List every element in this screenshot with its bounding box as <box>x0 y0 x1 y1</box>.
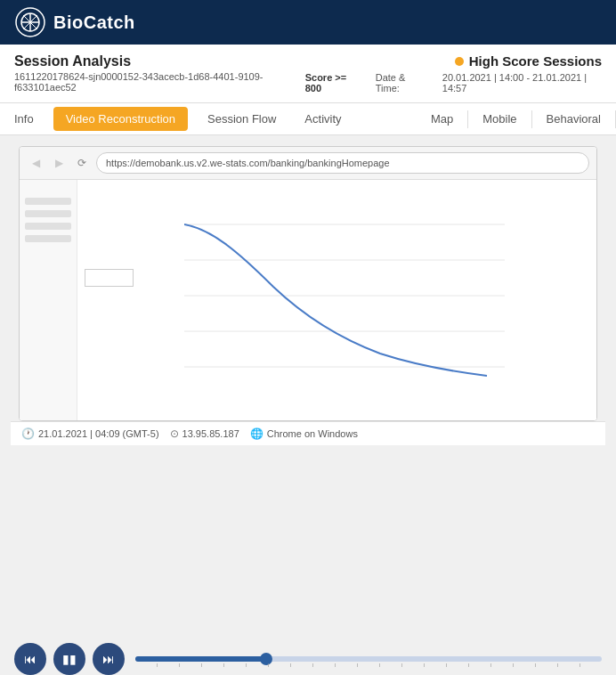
tab-mobile[interactable]: Mobile <box>468 103 531 134</box>
biocatch-logo-icon <box>14 6 46 38</box>
tab-session-flow[interactable]: Session Flow <box>193 103 290 134</box>
timestamp-datetime-item: 🕐 21.01.2021 | 04:09 (GMT-5) <box>21 427 159 440</box>
playback-controls: ⏮ ▮▮ ⏭ <box>14 643 125 675</box>
webpage-left-panel <box>20 180 77 420</box>
timestamp-browser-item: 🌐 Chrome on Windows <box>250 427 358 440</box>
browser-url-text: https://demobank.us.v2.we-stats.com/bank… <box>106 158 390 168</box>
logo-text: BioCatch <box>53 12 135 33</box>
tick-mark <box>580 663 580 667</box>
play-pause-button[interactable]: ▮▮ <box>53 643 85 675</box>
progress-filled <box>135 656 266 662</box>
webpage-main-area <box>77 180 596 420</box>
progress-container[interactable] <box>135 654 602 664</box>
tick-mark <box>268 663 269 667</box>
tab-activity[interactable]: Activity <box>290 103 355 134</box>
tick-mark <box>490 663 491 667</box>
browser-refresh-button[interactable]: ⟳ <box>73 154 91 172</box>
session-info-left: Session Analysis 1611220178624-sjn000015… <box>14 53 305 93</box>
tick-mark <box>401 663 402 667</box>
session-info-right: High Score Sessions Score >= 800 Date & … <box>305 53 602 94</box>
timestamp-bar: 🕐 21.01.2021 | 04:09 (GMT-5) ⊙ 13.95.85.… <box>11 421 605 445</box>
tick-mark <box>290 663 291 667</box>
timestamp-browser: Chrome on Windows <box>267 428 358 439</box>
main-content: ◀ ▶ ⟳ https://demobank.us.v2.we-stats.co… <box>0 135 616 634</box>
tick-mark <box>446 663 447 667</box>
app-header: BioCatch <box>0 0 616 45</box>
datetime-label: Date & Time: <box>376 72 428 94</box>
high-score-dot <box>455 57 464 66</box>
tick-mark <box>201 663 202 667</box>
location-icon: ⊙ <box>170 427 179 440</box>
browser-content <box>20 180 596 420</box>
datetime-value: 20.01.2021 | 14:00 - 21.01.2021 | 14:57 <box>442 72 602 94</box>
timestamp-datetime: 21.01.2021 | 04:09 (GMT-5) <box>38 428 159 439</box>
browser-icon: 🌐 <box>250 427 263 440</box>
clock-icon: 🕐 <box>21 427 35 440</box>
tab-video-reconstruction[interactable]: Video Reconstruction <box>53 107 188 131</box>
browser-url-bar: https://demobank.us.v2.we-stats.com/bank… <box>96 152 589 174</box>
tick-mark <box>246 663 247 667</box>
session-id: 1611220178624-sjn0000152-343acecb-1d68-4… <box>14 71 305 93</box>
tick-mark <box>379 663 380 667</box>
score-value: Score >= 800 <box>305 72 361 94</box>
rewind-button[interactable]: ⏮ <box>14 643 46 675</box>
tabs-right: Map Mobile Behavioral <box>417 103 616 134</box>
tabs-bar: Info Video Reconstruction Session Flow A… <box>0 103 616 135</box>
rewind-icon: ⏮ <box>24 652 36 666</box>
logo: BioCatch <box>14 6 135 38</box>
high-score-sessions: High Score Sessions <box>455 53 602 69</box>
timestamp-ip: 13.95.85.187 <box>182 428 239 439</box>
tab-info[interactable]: Info <box>0 103 48 134</box>
session-meta: Score >= 800 Date & Time: 20.01.2021 | 1… <box>305 72 602 94</box>
browser-back-button[interactable]: ◀ <box>27 154 45 172</box>
timestamp-info: 🕐 21.01.2021 | 04:09 (GMT-5) ⊙ 13.95.85.… <box>21 427 358 440</box>
session-analysis-title: Session Analysis <box>14 53 305 69</box>
session-bar: Session Analysis 1611220178624-sjn000015… <box>0 45 616 103</box>
browser-toolbar: ◀ ▶ ⟳ https://demobank.us.v2.we-stats.co… <box>20 147 596 180</box>
tick-mark <box>424 663 425 667</box>
tick-mark <box>335 663 336 667</box>
tab-behavioral[interactable]: Behavioral <box>532 103 615 134</box>
tick-mark <box>513 663 514 667</box>
progress-track[interactable] <box>135 656 602 662</box>
tab-map[interactable]: Map <box>417 103 467 134</box>
tick-mark <box>557 663 558 667</box>
webpage-input-box <box>85 269 134 287</box>
browser-forward-button[interactable]: ▶ <box>50 154 68 172</box>
tick-mark <box>157 663 158 667</box>
chart-svg <box>184 189 558 394</box>
tick-mark <box>468 663 469 667</box>
forward-icon: ⏭ <box>102 652 115 666</box>
tick-mark <box>357 663 358 667</box>
browser-mockup: ◀ ▶ ⟳ https://demobank.us.v2.we-stats.co… <box>19 146 597 421</box>
playback-bar: ⏮ ▮▮ ⏭ <box>0 634 616 675</box>
tick-mark <box>535 663 536 667</box>
high-score-label: High Score Sessions <box>469 53 602 69</box>
timestamp-ip-item: ⊙ 13.95.85.187 <box>170 427 239 440</box>
pause-icon: ▮▮ <box>62 652 77 666</box>
tick-mark <box>223 663 224 667</box>
forward-button[interactable]: ⏭ <box>93 643 125 675</box>
tick-mark <box>312 663 313 667</box>
tick-marks-container <box>135 663 602 667</box>
tick-mark <box>179 663 180 667</box>
